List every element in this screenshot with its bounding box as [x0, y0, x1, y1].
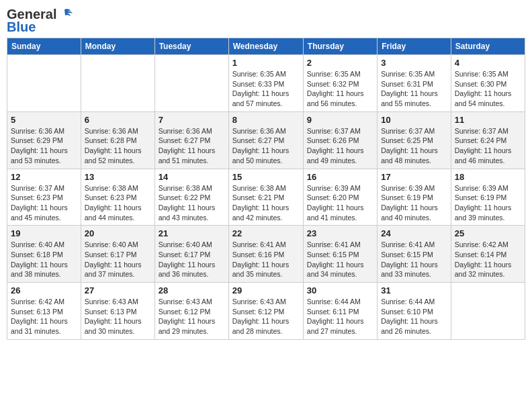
day-info: Sunrise: 6:43 AM	[232, 297, 300, 307]
calendar-table: SundayMondayTuesdayWednesdayThursdayFrid…	[7, 38, 525, 340]
day-info: Sunrise: 6:40 AM	[85, 240, 151, 250]
week-row: 12Sunrise: 6:37 AMSunset: 6:23 PMDayligh…	[7, 169, 525, 226]
day-number: 25	[455, 228, 521, 238]
day-info: Sunset: 6:22 PM	[159, 193, 225, 203]
calendar-cell: 27Sunrise: 6:43 AMSunset: 6:13 PMDayligh…	[81, 283, 154, 340]
day-info: Sunrise: 6:35 AM	[307, 69, 373, 79]
day-info: Daylight: 11 hours and 35 minutes.	[232, 260, 300, 279]
day-header-monday: Monday	[81, 38, 154, 55]
calendar-cell: 18Sunrise: 6:39 AMSunset: 6:19 PMDayligh…	[451, 169, 525, 226]
calendar-cell: 1Sunrise: 6:35 AMSunset: 6:33 PMDaylight…	[228, 55, 303, 112]
week-row: 19Sunrise: 6:40 AMSunset: 6:18 PMDayligh…	[7, 226, 525, 283]
day-info: Sunrise: 6:37 AM	[455, 126, 521, 136]
calendar-cell: 7Sunrise: 6:36 AMSunset: 6:27 PMDaylight…	[154, 111, 228, 169]
day-number: 23	[307, 228, 373, 238]
calendar-cell: 19Sunrise: 6:40 AMSunset: 6:18 PMDayligh…	[7, 226, 81, 283]
day-number: 15	[232, 172, 300, 182]
calendar-cell: 17Sunrise: 6:39 AMSunset: 6:19 PMDayligh…	[378, 169, 451, 226]
day-info: Sunset: 6:32 PM	[307, 79, 373, 89]
day-info: Sunrise: 6:37 AM	[381, 126, 447, 136]
day-number: 1	[232, 58, 300, 68]
day-info: Sunrise: 6:41 AM	[307, 240, 373, 250]
day-info: Sunset: 6:23 PM	[11, 193, 77, 203]
day-info: Daylight: 11 hours and 46 minutes.	[455, 146, 521, 165]
day-info: Sunrise: 6:35 AM	[381, 69, 447, 79]
day-info: Sunset: 6:13 PM	[85, 307, 151, 317]
day-info: Sunset: 6:21 PM	[232, 193, 300, 203]
calendar-cell: 4Sunrise: 6:35 AMSunset: 6:30 PMDaylight…	[451, 55, 525, 112]
day-number: 11	[455, 115, 521, 125]
calendar-cell: 15Sunrise: 6:38 AMSunset: 6:21 PMDayligh…	[228, 169, 303, 226]
day-info: Sunrise: 6:41 AM	[232, 240, 300, 250]
day-number: 12	[11, 172, 77, 182]
day-info: Sunset: 6:30 PM	[455, 79, 521, 89]
day-info: Sunset: 6:15 PM	[307, 250, 373, 260]
day-info: Sunrise: 6:41 AM	[381, 240, 447, 250]
day-number: 29	[232, 285, 300, 295]
day-info: Daylight: 11 hours and 32 minutes.	[455, 260, 521, 279]
day-number: 20	[85, 228, 151, 238]
day-number: 9	[307, 115, 373, 125]
day-info: Daylight: 11 hours and 56 minutes.	[307, 89, 373, 108]
day-info: Sunrise: 6:40 AM	[11, 240, 77, 250]
day-info: Sunrise: 6:36 AM	[85, 126, 151, 136]
day-info: Daylight: 11 hours and 31 minutes.	[11, 316, 77, 336]
calendar-cell: 13Sunrise: 6:38 AMSunset: 6:23 PMDayligh…	[81, 169, 154, 226]
calendar-cell: 3Sunrise: 6:35 AMSunset: 6:31 PMDaylight…	[378, 55, 451, 112]
calendar-cell: 2Sunrise: 6:35 AMSunset: 6:32 PMDaylight…	[303, 55, 377, 112]
calendar-cell: 24Sunrise: 6:41 AMSunset: 6:15 PMDayligh…	[378, 226, 451, 283]
logo-bird-icon	[58, 7, 73, 21]
calendar-cell: 6Sunrise: 6:36 AMSunset: 6:28 PMDaylight…	[81, 111, 154, 169]
day-number: 8	[232, 115, 300, 125]
day-info: Daylight: 11 hours and 34 minutes.	[307, 260, 373, 279]
day-info: Sunrise: 6:36 AM	[11, 126, 77, 136]
day-info: Daylight: 11 hours and 45 minutes.	[11, 203, 77, 222]
day-number: 16	[307, 172, 373, 182]
day-info: Daylight: 11 hours and 43 minutes.	[159, 203, 225, 222]
day-info: Sunrise: 6:37 AM	[307, 126, 373, 136]
day-number: 18	[455, 172, 521, 182]
day-header-tuesday: Tuesday	[154, 38, 228, 55]
calendar-cell: 9Sunrise: 6:37 AMSunset: 6:26 PMDaylight…	[303, 111, 377, 169]
day-number: 14	[159, 172, 225, 182]
page-header: General Blue	[7, 7, 525, 35]
day-info: Daylight: 11 hours and 48 minutes.	[381, 146, 447, 165]
day-info: Daylight: 11 hours and 44 minutes.	[85, 203, 151, 222]
day-number: 26	[11, 285, 77, 295]
day-info: Sunset: 6:31 PM	[381, 79, 447, 89]
day-info: Daylight: 11 hours and 33 minutes.	[381, 260, 447, 279]
day-info: Daylight: 11 hours and 50 minutes.	[232, 146, 300, 165]
day-info: Sunset: 6:14 PM	[455, 250, 521, 260]
calendar-cell: 5Sunrise: 6:36 AMSunset: 6:29 PMDaylight…	[7, 111, 81, 169]
day-info: Sunset: 6:11 PM	[307, 307, 373, 317]
day-info: Sunset: 6:13 PM	[11, 307, 77, 317]
day-info: Sunset: 6:19 PM	[455, 193, 521, 203]
day-number: 31	[381, 285, 447, 295]
calendar-cell: 14Sunrise: 6:38 AMSunset: 6:22 PMDayligh…	[154, 169, 228, 226]
day-info: Sunrise: 6:39 AM	[307, 183, 373, 193]
day-info: Daylight: 11 hours and 54 minutes.	[455, 89, 521, 108]
day-number: 13	[85, 172, 151, 182]
day-info: Daylight: 11 hours and 29 minutes.	[159, 316, 225, 336]
day-number: 21	[159, 228, 225, 238]
day-number: 3	[381, 58, 447, 68]
day-info: Daylight: 11 hours and 37 minutes.	[85, 260, 151, 279]
day-info: Sunrise: 6:35 AM	[455, 69, 521, 79]
day-info: Sunset: 6:20 PM	[307, 193, 373, 203]
calendar-cell	[81, 55, 154, 112]
calendar-cell	[7, 55, 81, 112]
calendar-cell: 26Sunrise: 6:42 AMSunset: 6:13 PMDayligh…	[7, 283, 81, 340]
calendar-cell: 21Sunrise: 6:40 AMSunset: 6:17 PMDayligh…	[154, 226, 228, 283]
calendar-cell: 22Sunrise: 6:41 AMSunset: 6:16 PMDayligh…	[228, 226, 303, 283]
day-info: Daylight: 11 hours and 41 minutes.	[307, 203, 373, 222]
day-number: 17	[381, 172, 447, 182]
day-info: Sunrise: 6:38 AM	[85, 183, 151, 193]
day-info: Daylight: 11 hours and 27 minutes.	[307, 316, 373, 336]
day-info: Sunrise: 6:44 AM	[381, 297, 447, 307]
day-info: Daylight: 11 hours and 38 minutes.	[11, 260, 77, 279]
calendar-cell: 25Sunrise: 6:42 AMSunset: 6:14 PMDayligh…	[451, 226, 525, 283]
calendar-cell: 31Sunrise: 6:44 AMSunset: 6:10 PMDayligh…	[378, 283, 451, 340]
day-number: 10	[381, 115, 447, 125]
calendar-cell: 23Sunrise: 6:41 AMSunset: 6:15 PMDayligh…	[303, 226, 377, 283]
calendar-cell: 8Sunrise: 6:36 AMSunset: 6:27 PMDaylight…	[228, 111, 303, 169]
